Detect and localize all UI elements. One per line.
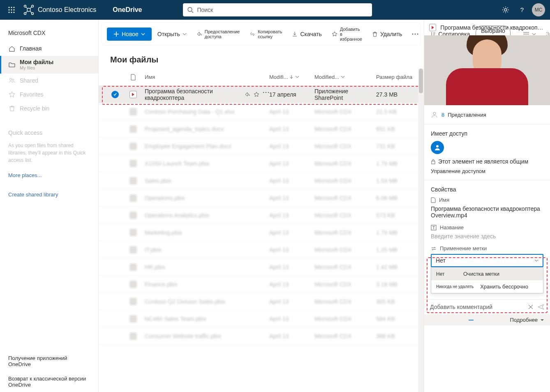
svg-point-8	[13, 12, 14, 13]
column-header-row: Имя Modifi... Modified... Размер файла	[99, 69, 424, 86]
file-row[interactable]: Marketing.pbixApril 13Microsoft CDX1.79 …	[99, 224, 424, 241]
svg-point-29	[268, 92, 269, 93]
file-name: Contoso Purchasing Data - Q1.xlsx	[145, 108, 235, 115]
sidebar-item-star[interactable]: Favorites	[0, 88, 98, 101]
more-button[interactable]	[408, 30, 423, 38]
folder-icon	[8, 61, 16, 69]
col-modifiedby[interactable]: Modified...	[314, 74, 376, 80]
file-row[interactable]: HR.pbixApril 13Microsoft CDX1.42 MB	[99, 258, 424, 276]
file-row[interactable]: NC460 Sales Team.pbixApril 13Microsoft C…	[99, 310, 424, 327]
share-icon	[196, 31, 202, 37]
manage-access-link[interactable]: Управление доступом	[431, 168, 543, 174]
search-input[interactable]: Поиск	[183, 3, 372, 16]
col-name[interactable]: Имя	[141, 74, 269, 80]
file-row[interactable]: Программа безопасности квадрокоптера17 а…	[99, 86, 424, 103]
owner-avatar[interactable]	[431, 141, 444, 154]
svg-text:?: ?	[520, 6, 524, 13]
tenant-name[interactable]: Microsoft CDX	[0, 24, 98, 42]
chevron-down-icon	[141, 32, 145, 36]
svg-point-26	[417, 34, 418, 35]
app-name[interactable]: OneDrive	[113, 6, 142, 14]
star-icon	[332, 31, 337, 37]
copy-link-button[interactable]: Копировать ссылку	[245, 26, 286, 42]
svg-point-31	[436, 145, 439, 148]
file-row[interactable]: Finance.pbixApril 13Microsoft CDX3.18 MB	[99, 276, 424, 293]
share-button[interactable]: Предоставление доступа	[192, 26, 244, 42]
file-row[interactable]: Proposed_agenda_topics.docxApril 13Micro…	[99, 120, 424, 138]
svg-point-10	[24, 5, 26, 7]
file-row[interactable]: IT.pbixApril 13Microsoft CDX1.25 MB	[99, 241, 424, 258]
link-icon	[250, 31, 255, 37]
file-row[interactable]: Operations.pbixApril 13Microsoft CDX6.06…	[99, 189, 424, 207]
details-title: Программа безопасности квадрокоптера	[440, 24, 545, 31]
file-row[interactable]: Employee Engagement Plan.docxApril 13Mic…	[99, 138, 424, 155]
svg-point-0	[8, 7, 9, 8]
brand-name[interactable]: Contoso Electronics	[38, 6, 96, 14]
file-row[interactable]: Sales.pbixApril 13Microsoft CDX1.53 MB	[99, 172, 424, 189]
download-button[interactable]: Скачать	[288, 28, 326, 41]
new-button[interactable]: Новое	[107, 28, 152, 41]
svg-point-20	[504, 9, 507, 11]
file-row[interactable]: Operations Analytics.pbixApril 13Microso…	[99, 207, 424, 224]
scrollbar[interactable]	[418, 69, 424, 392]
classic-link[interactable]: Возврат к классической версии OneDrive	[0, 371, 98, 392]
svg-point-22	[10, 78, 12, 81]
svg-point-2	[13, 7, 14, 8]
dd-option-none[interactable]: НетОчистка метки	[431, 267, 543, 280]
svg-point-13	[32, 13, 34, 15]
brand-logo-icon	[23, 4, 35, 16]
get-apps-link[interactable]: Получение приложений OneDrive	[0, 351, 98, 371]
help-button[interactable]: ?	[514, 2, 530, 18]
sidebar-item-people[interactable]: Shared	[0, 74, 98, 88]
svg-point-6	[8, 12, 9, 13]
settings-button[interactable]	[497, 2, 514, 18]
file-name: Sales.pbix	[145, 178, 171, 184]
page-title: Мои файлы	[99, 48, 424, 69]
file-row[interactable]: Consumer Website traffic.pbixApril 13Mic…	[99, 327, 424, 345]
video-icon	[429, 24, 436, 31]
file-row[interactable]: X1050 Launch Team.pbixApril 13Microsoft …	[99, 155, 424, 172]
delete-button[interactable]: Удалить	[368, 28, 406, 41]
views-count[interactable]: 8	[441, 112, 444, 118]
sidebar-item-recycle[interactable]: Recycle bin	[0, 101, 98, 115]
chevron-down-icon	[534, 258, 538, 263]
dd-option-keep[interactable]: Никогда не удалятьХранить бессрочно	[431, 280, 543, 293]
send-icon[interactable]	[538, 304, 544, 310]
favorite-button[interactable]: Добавить в избранное	[328, 23, 366, 45]
comment-input[interactable]: Добавить комментарий	[430, 304, 524, 310]
file-name: Operations Analytics.pbix	[145, 212, 209, 219]
file-name: Marketing.pbix	[145, 229, 182, 236]
sidebar-item-home[interactable]: Главная	[0, 42, 98, 56]
scroll-thumb[interactable]	[419, 69, 423, 93]
close-icon[interactable]	[528, 304, 534, 310]
create-library-link[interactable]: Create shared library	[0, 189, 98, 200]
col-modified[interactable]: Modifi...	[269, 74, 314, 80]
file-row[interactable]: Contoso Q2 Division Sales.pbixApril 13Mi…	[99, 293, 424, 310]
app-launcher[interactable]	[3, 2, 20, 18]
sidebar-item-folder[interactable]: Мои файлыMy files	[0, 56, 98, 74]
account-button[interactable]: MC	[530, 2, 547, 18]
main-content: Новое Открыть Предоставление доступа Коп…	[99, 20, 424, 392]
file-row[interactable]: Contoso Purchasing Data - Q1.xlsxApril 1…	[99, 103, 424, 120]
video-preview[interactable]	[424, 35, 550, 105]
share-icon[interactable]	[245, 92, 250, 97]
file-icon	[431, 197, 436, 203]
prop-title-input[interactable]: Введите значение здесь	[431, 233, 543, 240]
ellipsis-icon[interactable]	[263, 92, 269, 93]
details-panel: Программа безопасности квадрокоптера 8 П…	[424, 20, 550, 392]
suite-header: Contoso Electronics OneDrive Поиск ? MC	[0, 0, 550, 20]
more-places-link[interactable]: More places...	[0, 170, 98, 181]
details-footer[interactable]: Подробнее	[424, 314, 550, 325]
star-icon[interactable]	[254, 92, 259, 97]
file-name: Contoso Q2 Division Sales.pbix	[145, 298, 225, 305]
file-name: Программа безопасности квадрокоптера	[145, 88, 240, 101]
retention-dropdown[interactable]: Нет	[431, 254, 543, 267]
swap-icon	[431, 246, 437, 251]
col-size[interactable]: Размер файла	[376, 74, 417, 80]
access-section: Имеет доступ Этот элемент не является об…	[424, 125, 550, 180]
file-list: Имя Modifi... Modified... Размер файла П…	[99, 69, 424, 392]
caret-down-icon	[540, 318, 544, 322]
sort-down-icon	[289, 75, 293, 79]
open-button[interactable]: Открыть	[153, 28, 191, 41]
search-icon	[187, 7, 194, 13]
